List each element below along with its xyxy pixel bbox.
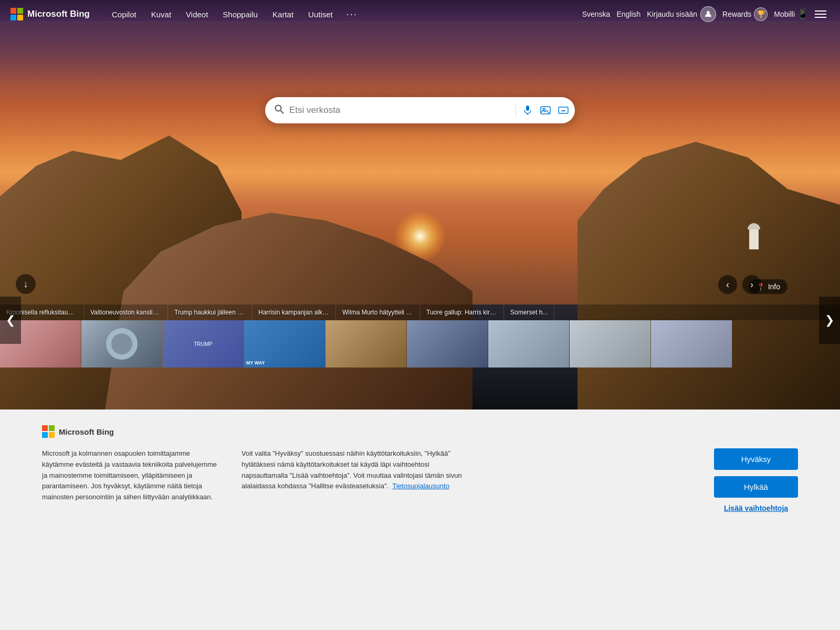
reject-button[interactable]: Hylkää <box>714 476 798 498</box>
cookie-buttons: Hyväksy Hylkää Lisää vaihtoehtoja <box>714 448 798 512</box>
svg-point-1 <box>276 105 281 111</box>
news-card-3[interactable]: TRUMP <box>163 320 244 368</box>
rewards-icon: 🏆 <box>754 7 768 21</box>
search-icon <box>275 104 284 117</box>
sign-in-label: Kirjaudu sisään <box>647 10 697 18</box>
image-search-button[interactable] <box>538 103 553 118</box>
news-headline-2[interactable]: Valtioneuvoston kanslia sa... <box>84 304 168 320</box>
rewards-button[interactable]: Rewards 🏆 <box>722 7 768 21</box>
sign-in-button[interactable]: Kirjaudu sisään <box>647 6 716 22</box>
news-headline-5[interactable]: Wilma Murto hätyytteli M... <box>336 304 420 320</box>
rewards-label: Rewards <box>722 10 751 18</box>
mobile-button[interactable]: Mobilli 📱 <box>774 8 808 20</box>
search-container <box>265 97 575 123</box>
news-headline-6[interactable]: Tuore gallup: Harris kirinyt... <box>420 304 504 320</box>
microsoft-logo-icon <box>10 8 23 20</box>
carousel-next-button[interactable]: ❯ <box>819 297 840 344</box>
mobile-label: Mobilli <box>774 10 795 18</box>
nav-videot[interactable]: Videot <box>180 7 214 22</box>
news-headline-3[interactable]: Trump haukkui jälleen Har... <box>168 304 252 320</box>
nav-copilot[interactable]: Copilot <box>106 7 143 22</box>
header: Microsoft Bing Copilot Kuvat Videot Shop… <box>0 0 840 28</box>
carousel-prev-icon: ❮ <box>6 313 15 327</box>
news-headline-4[interactable]: Harrisin kampanjan alku o... <box>252 304 336 320</box>
keyboard-search-button[interactable] <box>556 103 571 118</box>
avatar <box>700 6 716 22</box>
header-right: Svenska English Kirjaudu sisään Rewards … <box>582 6 830 22</box>
logo-text: Microsoft Bing <box>27 9 90 19</box>
voice-search-button[interactable] <box>520 103 535 118</box>
cookie-text-2: Voit valita "Hyväksy" suostuessasi näihi… <box>242 448 462 492</box>
bottom-logo: Microsoft Bing <box>42 425 798 438</box>
nav-kartat[interactable]: Kartat <box>266 7 300 22</box>
nav-more-icon[interactable]: ··· <box>341 7 363 22</box>
lang-svenska[interactable]: Svenska <box>582 10 611 18</box>
nav-shoppailu[interactable]: Shoppailu <box>216 7 264 22</box>
search-box <box>265 97 575 123</box>
news-card-4[interactable]: MY WAY <box>244 320 326 368</box>
news-headline-7[interactable]: Somerset h... <box>504 304 554 320</box>
nav-kuvat[interactable]: Kuvat <box>145 7 177 22</box>
logo[interactable]: Microsoft Bing <box>10 8 90 20</box>
cookie-section: Microsoft ja kolmannen osapuolen toimitt… <box>42 448 798 512</box>
news-card-7[interactable] <box>488 320 570 368</box>
news-card-2[interactable] <box>81 320 163 368</box>
cookie-paragraph-1: Microsoft ja kolmannen osapuolen toimitt… <box>42 448 220 503</box>
news-card-6[interactable] <box>407 320 488 368</box>
svg-line-2 <box>281 110 284 113</box>
mobile-icon: 📱 <box>797 8 808 20</box>
news-card-5[interactable] <box>326 320 407 368</box>
news-card-9[interactable] <box>651 320 732 368</box>
carousel-next-icon: ❯ <box>825 313 834 327</box>
cookie-text-1: Microsoft ja kolmannen osapuolen toimitt… <box>42 448 220 503</box>
cookie-paragraph-2: Voit valita "Hyväksy" suostuessasi näihi… <box>242 448 462 492</box>
prev-icon: ‹ <box>726 279 729 290</box>
nav-uutiset[interactable]: Uutiset <box>302 7 339 22</box>
search-divider <box>516 103 516 118</box>
lang-english[interactable]: English <box>616 10 640 18</box>
scroll-down-icon: ↓ <box>24 279 28 290</box>
next-icon: › <box>750 279 753 290</box>
privacy-link[interactable]: Tietosuojalausunto <box>392 482 449 490</box>
info-label: Info <box>768 282 780 291</box>
info-nav-next[interactable]: › <box>742 275 761 294</box>
accept-button[interactable]: Hyväksy <box>714 448 798 470</box>
scroll-down-button[interactable]: ↓ <box>16 274 36 294</box>
bottom-content: Microsoft Bing Microsoft ja kolmannen os… <box>0 410 840 630</box>
news-strip: Kroonisella refluksitaudilla... Valtione… <box>0 304 840 368</box>
info-nav-prev[interactable]: ‹ <box>718 275 737 294</box>
main-nav: Copilot Kuvat Videot Shoppailu Kartat Uu… <box>106 7 582 22</box>
carousel-prev-button[interactable]: ❮ <box>0 297 21 344</box>
svg-rect-3 <box>526 106 529 111</box>
hamburger-menu[interactable] <box>815 7 830 22</box>
search-actions <box>520 103 571 118</box>
bottom-ms-logo-icon <box>42 425 55 438</box>
search-input[interactable] <box>289 105 511 116</box>
news-card-8[interactable] <box>570 320 651 368</box>
more-options-link[interactable]: Lisää vaihtoehtoja <box>714 504 798 512</box>
bottom-logo-text: Microsoft Bing <box>59 427 114 436</box>
